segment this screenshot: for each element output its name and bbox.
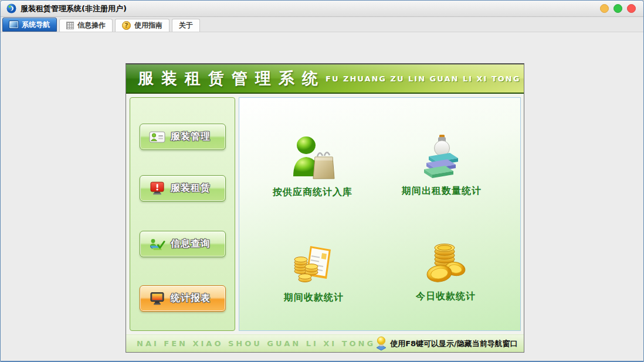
coins-document-icon: [289, 238, 338, 288]
grid-icon: [66, 22, 74, 29]
shortcut-label: 今日收款统计: [416, 291, 476, 303]
help-coin-icon: ?: [122, 21, 131, 30]
report-monitor-icon: [149, 292, 165, 306]
shortcut-period-rental-quantity[interactable]: 期间出租数量统计: [380, 132, 503, 197]
sidebar: 服装管理 服装租赁: [130, 97, 235, 331]
supplier-bag-icon: [288, 133, 337, 182]
window-controls: [600, 4, 638, 13]
sidebar-button-label: 服装租赁: [171, 182, 211, 194]
gold-coins-icon: [421, 237, 470, 286]
tab-information-operations[interactable]: 信息操作: [59, 19, 113, 32]
titlebar: 服装租赁管理系统(非注册用户): [1, 1, 643, 17]
app-logo-icon: [6, 4, 16, 13]
tab-system-navigation[interactable]: 系统导航: [2, 18, 57, 32]
panel-title: 服装租赁管理系统: [138, 68, 326, 89]
tab-about[interactable]: 关于: [172, 19, 200, 32]
content-area: 服装租赁管理系统 FU ZHUANG ZU LIN GUAN LI XI TON…: [1, 32, 643, 362]
sidebar-button-label: 信息查询: [171, 238, 211, 250]
tab-label: 系统导航: [22, 20, 50, 30]
footer-watermark: NAI FEN XIAO SHOU GUAN LI XI TONG: [137, 339, 375, 348]
sidebar-button-clothing-rental[interactable]: 服装租赁: [140, 175, 226, 202]
sidebar-button-statistics-report[interactable]: 统计报表: [140, 285, 226, 312]
tab-label: 关于: [179, 21, 193, 30]
tab-label: 使用指南: [134, 21, 162, 30]
sidebar-button-label: 服装管理: [171, 131, 211, 143]
sidebar-button-clothing-management[interactable]: 服装管理: [140, 124, 226, 150]
monitor-icon: [9, 21, 18, 28]
monitor-alert-icon: [149, 182, 165, 196]
maximize-button[interactable]: [614, 4, 622, 13]
panel-header: 服装租赁管理系统 FU ZHUANG ZU LIN GUAN LI XI TON…: [126, 64, 524, 94]
main-panel: 服装租赁管理系统 FU ZHUANG ZU LIN GUAN LI XI TON…: [126, 63, 524, 353]
member-card-icon: [149, 130, 165, 144]
app-window: 服装租赁管理系统(非注册用户) 系统导航 信息操作 ? 使用指南 关于 服: [0, 0, 644, 362]
panel-body: 服装管理 服装租赁: [126, 94, 524, 334]
panel-subtitle: FU ZHUANG ZU LIN GUAN LI XI TONG: [326, 74, 520, 83]
shortcut-period-payment-statistics[interactable]: 期间收款统计: [252, 238, 375, 304]
shortcut-label: 期间收款统计: [284, 292, 344, 304]
window-title: 服装租赁管理系统(非注册用户): [21, 4, 127, 14]
f8-hint: 使用F8键可以显示/隐藏当前导航窗口: [375, 336, 518, 351]
panel-footer: NAI FEN XIAO SHOU GUAN LI XI TONG 使用F8键可…: [126, 334, 524, 352]
shortcut-label: 期间出租数量统计: [402, 185, 482, 197]
shortcut-today-payment-statistics[interactable]: 今日收款统计: [384, 237, 507, 303]
shortcut-stockin-by-supplier[interactable]: 按供应商统计入库: [251, 133, 374, 199]
sidebar-button-label: 统计报表: [171, 292, 211, 305]
shortcut-area: 按供应商统计入库: [239, 97, 521, 331]
tab-bar: 系统导航 信息操作 ? 使用指南 关于: [1, 17, 643, 32]
shortcut-label: 按供应商统计入库: [273, 186, 352, 199]
books-bulb-icon: [417, 132, 466, 181]
tab-label: 信息操作: [77, 21, 106, 30]
close-button[interactable]: [627, 4, 636, 13]
f8-hint-text: 使用F8键可以显示/隐藏当前导航窗口: [390, 339, 518, 349]
sidebar-button-information-query[interactable]: 信息查询: [140, 231, 226, 257]
bulb-icon: [375, 336, 387, 351]
books-check-icon: [149, 237, 165, 251]
minimize-button[interactable]: [600, 4, 609, 13]
tab-usage-guide[interactable]: ? 使用指南: [115, 19, 170, 32]
